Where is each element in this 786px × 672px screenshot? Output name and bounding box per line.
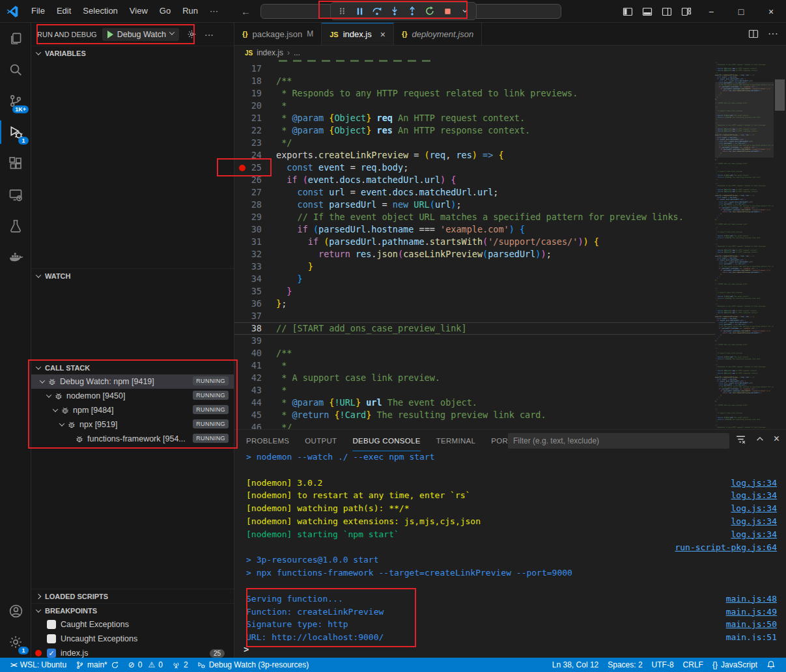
activity-extensions[interactable] <box>0 148 31 179</box>
code-line[interactable]: 28 const parsedUrl = new URL(url); <box>234 199 715 211</box>
activity-docker[interactable] <box>0 242 31 273</box>
section-watch[interactable]: WATCH <box>31 268 234 283</box>
console-filter-input[interactable] <box>508 433 729 449</box>
problems-status[interactable]: ⊘0⚠0 <box>124 658 167 672</box>
code-line[interactable]: 37 <box>234 310 715 322</box>
console-source-link[interactable]: main.js:51 <box>726 631 777 641</box>
line-number-gutter[interactable]: 29 <box>234 211 276 223</box>
breadcrumb-file[interactable]: index.js <box>257 48 283 57</box>
line-number-gutter[interactable]: 39 <box>234 335 276 347</box>
code-line[interactable]: 18/** <box>234 75 715 87</box>
line-number-gutter[interactable]: 38 <box>234 322 276 335</box>
code-line[interactable]: 24exports.createLinkPreview = (req, res)… <box>234 149 715 161</box>
line-number-gutter[interactable]: 36 <box>234 298 276 310</box>
nav-back-icon[interactable]: ← <box>241 6 251 17</box>
code-line[interactable]: 30 if (parsedUrl.hostname === 'example.c… <box>234 223 715 236</box>
checkbox[interactable]: ✓ <box>47 649 56 658</box>
activity-settings[interactable]: 1 <box>0 626 31 658</box>
call-stack-row[interactable]: functions-framework [954...RUNNING <box>31 432 234 446</box>
section-breakpoints[interactable]: BREAKPOINTS <box>31 603 234 617</box>
console-source-link[interactable]: log.js:34 <box>731 502 777 515</box>
code-line[interactable]: 23 */ <box>234 137 715 149</box>
menu-view[interactable]: View <box>124 2 154 20</box>
call-stack-row[interactable]: npx [9519]RUNNING <box>31 417 234 432</box>
code-line[interactable]: 42 * A support case link preview. <box>234 372 715 384</box>
activity-explorer[interactable] <box>0 23 31 54</box>
code-line[interactable]: 45 * @return {!Card} The resulting previ… <box>234 409 715 421</box>
console-source-link[interactable]: main.js:48 <box>726 593 777 606</box>
code-line[interactable]: 39 <box>234 335 715 347</box>
notifications-bell[interactable] <box>763 658 779 672</box>
filter-icon[interactable] <box>735 434 746 445</box>
console-source-link[interactable]: log.js:34 <box>731 515 777 528</box>
line-number-gutter[interactable]: 28 <box>234 199 276 211</box>
activity-source-control[interactable]: 1K+ <box>0 85 31 117</box>
console-source-link[interactable]: main.js:49 <box>726 606 777 619</box>
code-line[interactable]: 36}; <box>234 298 715 310</box>
code-line[interactable]: 19 * Responds to any HTTP request relate… <box>234 87 715 100</box>
code-line[interactable]: 38// [START add_ons_case_preview_link] <box>234 322 715 335</box>
call-stack-row[interactable]: nodemon [9450]RUNNING <box>31 389 234 403</box>
code-line[interactable]: 41 * <box>234 359 715 372</box>
line-number-gutter[interactable]: 31 <box>234 236 276 248</box>
start-debug-icon[interactable] <box>107 31 113 38</box>
remote-indicator[interactable]: ><WSL: Ubuntu <box>7 658 70 672</box>
close-button[interactable]: × <box>756 0 786 23</box>
activity-testing[interactable] <box>0 210 31 242</box>
checkbox[interactable] <box>47 620 56 629</box>
line-number-gutter[interactable]: 33 <box>234 260 276 273</box>
menu-selection[interactable]: Selection <box>77 2 123 20</box>
line-number-gutter[interactable]: 17 <box>234 63 276 75</box>
code-line[interactable]: 34 } <box>234 273 715 285</box>
editor-more-actions-icon[interactable]: ··· <box>768 28 778 40</box>
pause-icon[interactable] <box>353 5 366 18</box>
menu-go[interactable]: Go <box>154 2 176 20</box>
call-stack-row[interactable]: Debug Watch: npm [9419]RUNNING <box>31 374 234 389</box>
activity-run-debug[interactable]: 1 <box>0 117 31 148</box>
menu-edit[interactable]: Edit <box>51 2 77 20</box>
console-source-link[interactable]: main.js:50 <box>726 618 777 631</box>
line-number-gutter[interactable]: 25 <box>234 161 276 174</box>
line-number-gutter[interactable]: 32 <box>234 248 276 260</box>
line-number-gutter[interactable]: 35 <box>234 285 276 298</box>
panel-tab-terminal[interactable]: TERMINAL <box>436 430 476 451</box>
code-line[interactable]: 33 } <box>234 260 715 273</box>
step-out-icon[interactable] <box>406 5 419 18</box>
line-number-gutter[interactable]: 20 <box>234 100 276 112</box>
stop-icon[interactable] <box>441 5 454 18</box>
debug-settings-gear-icon[interactable] <box>187 29 197 39</box>
code-line[interactable]: 43 * <box>234 384 715 397</box>
gripper-icon[interactable] <box>335 5 348 18</box>
panel-tab-debug-console[interactable]: DEBUG CONSOLE <box>352 430 420 451</box>
line-number-gutter[interactable]: 37 <box>234 310 276 322</box>
console-source-link[interactable]: log.js:34 <box>731 528 777 541</box>
breakpoint-row[interactable]: Caught Exceptions <box>31 617 234 632</box>
language-mode[interactable]: {}JavaScript <box>709 658 761 672</box>
line-number-gutter[interactable]: 22 <box>234 124 276 137</box>
indentation-status[interactable]: Spaces: 2 <box>604 658 646 672</box>
toggle-panel-icon[interactable] <box>638 2 657 21</box>
line-number-gutter[interactable]: 18 <box>234 75 276 87</box>
ports-status[interactable]: 2 <box>168 658 192 672</box>
line-number-gutter[interactable]: 26 <box>234 174 276 186</box>
breadcrumb[interactable]: JS index.js › ... <box>234 46 786 60</box>
breakpoint-row[interactable]: Uncaught Exceptions <box>31 632 234 646</box>
panel-tab-output[interactable]: OUTPUT <box>305 430 337 451</box>
line-number-gutter[interactable]: 30 <box>234 223 276 236</box>
code-editor[interactable]: 1718/**19 * Responds to any HTTP request… <box>234 60 786 429</box>
toggle-secondary-sidebar-icon[interactable] <box>657 2 677 21</box>
section-loaded-scripts[interactable]: LOADED SCRIPTS <box>31 589 234 603</box>
activity-accounts[interactable] <box>0 595 31 626</box>
code-line[interactable]: 22 * @param {Object} res An HTTP respons… <box>234 124 715 137</box>
minimize-button[interactable]: − <box>696 0 726 23</box>
line-number-gutter[interactable]: 21 <box>234 112 276 124</box>
restart-icon[interactable] <box>423 5 436 18</box>
line-number-gutter[interactable]: 24 <box>234 149 276 161</box>
debug-session-status[interactable]: Debug Watch (3p-resources) <box>193 658 313 672</box>
eol-status[interactable]: CRLF <box>679 658 707 672</box>
close-tab-icon[interactable]: × <box>380 29 386 40</box>
git-branch-status[interactable]: main* <box>72 658 123 672</box>
line-number-gutter[interactable]: 45 <box>234 409 276 421</box>
views-more-actions-icon[interactable]: ··· <box>204 29 214 40</box>
scrollbar-thumb[interactable] <box>775 79 785 111</box>
